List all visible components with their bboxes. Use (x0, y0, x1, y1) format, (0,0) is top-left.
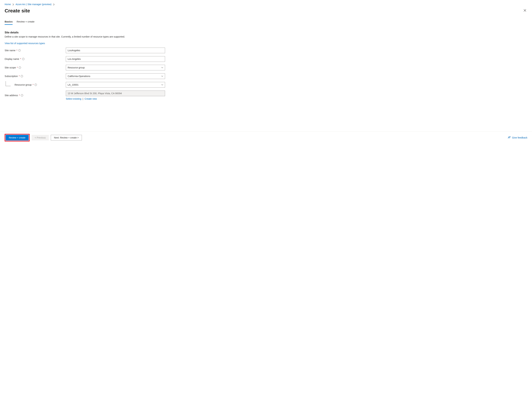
subscription-label: Subscription (5, 75, 18, 77)
breadcrumb-arc[interactable]: Azure Arc | Site manager (preview) (16, 3, 52, 6)
display-name-label: Display name (5, 58, 19, 60)
required-indicator: * (20, 58, 21, 60)
review-create-button[interactable]: Review + create (6, 135, 29, 140)
required-indicator: * (16, 49, 17, 52)
info-icon[interactable]: i (19, 67, 21, 69)
divider: | (83, 97, 83, 100)
tab-review-create[interactable]: Review + create (17, 20, 35, 25)
close-icon[interactable] (523, 8, 527, 13)
chevron-right-icon: ❯ (53, 3, 55, 5)
info-icon[interactable]: i (21, 75, 23, 77)
site-scope-select[interactable]: Resource group (66, 65, 165, 70)
required-indicator: * (17, 66, 18, 69)
info-icon[interactable]: i (35, 84, 37, 86)
section-description: Define a site scope to manage resources … (5, 35, 527, 39)
site-address-input: 13 W Jefferson Blvd St 200, Playa Vista,… (66, 91, 165, 96)
previous-button: < Previous (32, 135, 49, 140)
site-name-input[interactable] (66, 48, 165, 53)
create-new-link[interactable]: Create new (85, 97, 97, 100)
required-indicator: * (19, 75, 20, 77)
breadcrumb-home[interactable]: Home (5, 3, 11, 6)
next-button[interactable]: Next: Review + create > (51, 135, 82, 140)
page-title: Create site (5, 8, 30, 14)
section-title: Site details (5, 31, 527, 34)
resource-group-label: Resource group (15, 84, 32, 86)
info-icon[interactable]: i (21, 94, 23, 96)
svg-point-0 (508, 137, 509, 138)
footer: Review + create < Previous Next: Review … (0, 131, 532, 144)
subscription-select[interactable]: California-Operations (66, 73, 165, 79)
site-scope-label: Site scope (5, 66, 16, 69)
tab-basics[interactable]: Basics (5, 20, 13, 25)
tree-connector-icon (6, 81, 11, 86)
resource-group-select[interactable]: LA_10001 (66, 82, 165, 88)
display-name-input[interactable] (66, 56, 165, 62)
feedback-icon (508, 136, 511, 139)
site-name-label: Site name (5, 49, 15, 52)
info-icon[interactable]: i (22, 58, 25, 60)
required-indicator: * (19, 94, 20, 97)
chevron-right-icon: ❯ (12, 3, 14, 5)
info-icon[interactable]: i (18, 49, 21, 51)
select-existing-link[interactable]: Select existing (66, 97, 81, 100)
highlight-annotation: Review + create (5, 134, 30, 141)
tabs: Basics Review + create (5, 20, 527, 25)
required-indicator: * (33, 84, 34, 86)
give-feedback-link[interactable]: Give feedback (508, 136, 527, 139)
give-feedback-label: Give feedback (512, 136, 527, 139)
site-address-label: Site address (5, 94, 18, 97)
supported-resources-link[interactable]: View list of supported resources types (5, 42, 45, 45)
breadcrumb: Home ❯ Azure Arc | Site manager (preview… (5, 3, 527, 6)
